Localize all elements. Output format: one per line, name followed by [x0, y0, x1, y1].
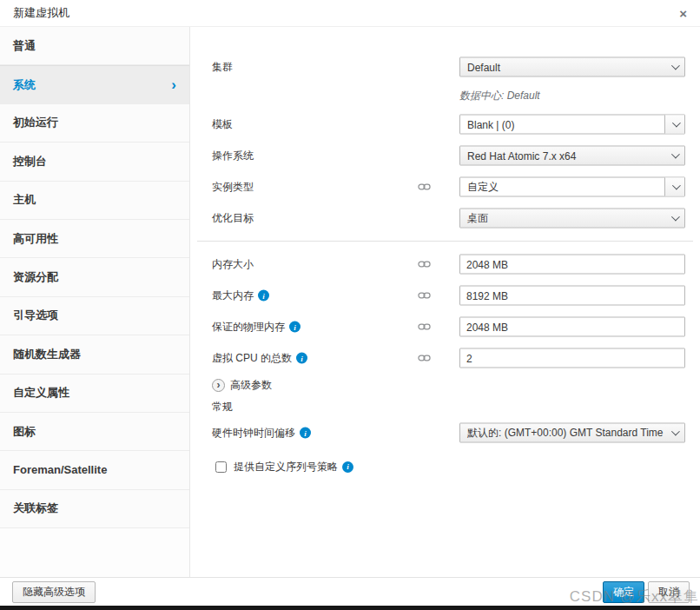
ok-button[interactable]: 确定 [603, 581, 644, 603]
chevron-down-icon [671, 62, 680, 70]
sidebar-item-boot-options[interactable]: 引导选项 › [0, 297, 189, 335]
chevron-down-icon [671, 428, 680, 436]
optimized-for-row: 优化目标 桌面 [190, 202, 700, 234]
instance-type-label: 实例类型 [212, 180, 254, 195]
chain-link-icon [418, 261, 431, 269]
sidebar-item-label: 系统 [13, 77, 36, 93]
sidebar: 普通 › 系统 › 初始运行 › 控制台 › 主机 › 高可用性 › [0, 27, 190, 577]
sidebar-item-label: 随机数生成器 [13, 347, 81, 362]
advanced-parameters-label: 高级参数 [230, 378, 272, 393]
chain-link-icon [418, 355, 431, 362]
sidebar-item-random-generator[interactable]: 随机数生成器 › [0, 335, 189, 374]
sidebar-item-general[interactable]: 普通 › [0, 27, 189, 65]
guaranteed-memory-input[interactable] [459, 317, 685, 337]
chain-link-icon [418, 292, 431, 300]
sidebar-item-label: 控制台 [13, 154, 47, 169]
chevron-down-icon [671, 119, 680, 128]
serial-policy-checkbox[interactable] [215, 461, 227, 473]
sidebar-item-label: 引导选项 [13, 308, 58, 323]
sidebar-item-icon[interactable]: 图标 › [0, 413, 189, 451]
max-memory-label: 最大内存 i [212, 288, 269, 303]
guaranteed-memory-label: 保证的物理内存 i [212, 320, 300, 335]
info-icon: i [300, 428, 311, 439]
sidebar-item-label: 自定义属性 [13, 385, 69, 401]
guaranteed-memory-row: 保证的物理内存 i [190, 311, 700, 342]
optimized-for-value: 桌面 [467, 211, 488, 226]
serial-policy-row: 提供自定义序列号策略 i [190, 454, 700, 480]
memory-size-input[interactable] [459, 255, 685, 275]
template-row: 模板 Blank | (0) [190, 109, 700, 140]
advanced-parameters-toggle[interactable]: › 高级参数 [190, 374, 700, 396]
operating-system-select[interactable]: Red Hat Atomic 7.x x64 [459, 146, 685, 166]
optimized-for-label: 优化目标 [212, 211, 254, 226]
dialog-title: 新建虚拟机 [13, 5, 69, 21]
hardware-clock-row: 硬件时钟时间偏移 i 默认的: (GMT+00:00) GMT Standard… [190, 417, 700, 448]
cluster-label: 集群 [212, 60, 233, 75]
info-icon: i [342, 461, 353, 473]
memory-size-label: 内存大小 [212, 257, 254, 272]
sidebar-item-label: Foreman/Satellite [13, 463, 107, 476]
sidebar-item-custom-properties[interactable]: 自定义属性 › [0, 375, 189, 413]
hide-advanced-options-button[interactable]: 隐藏高级选项 [12, 581, 96, 603]
template-value: Blank | (0) [460, 116, 664, 134]
info-icon: i [289, 322, 300, 333]
info-icon: i [258, 290, 269, 302]
chevron-down-icon [671, 213, 680, 222]
chevron-right-circle-icon: › [212, 379, 225, 392]
sidebar-item-initial-run[interactable]: 初始运行 › [0, 104, 189, 143]
sidebar-item-label: 关联标签 [13, 501, 58, 516]
sidebar-item-label: 资源分配 [13, 269, 58, 285]
page-bottom-strip [0, 606, 700, 610]
sidebar-item-label: 普通 [13, 38, 36, 54]
chevron-down-icon [671, 182, 680, 190]
hardware-clock-value: 默认的: (GMT+00:00) GMT Standard Time [467, 426, 664, 441]
sidebar-item-host[interactable]: 主机 › [0, 182, 189, 220]
sidebar-item-label: 主机 [13, 192, 36, 208]
chevron-down-icon [671, 150, 680, 159]
optimized-for-select[interactable]: 桌面 [459, 209, 685, 229]
section-divider [197, 241, 693, 242]
new-vm-dialog: 新建虚拟机 × 普通 › 系统 › 初始运行 › 控制台 › 主机 › [0, 0, 700, 610]
sidebar-item-affinity-labels[interactable]: 关联标签 › [0, 490, 189, 528]
serial-policy-label: 提供自定义序列号策略 i [234, 460, 353, 474]
cluster-value: Default [467, 61, 500, 73]
hardware-clock-select[interactable]: 默认的: (GMT+00:00) GMT Standard Time [459, 423, 685, 443]
total-cpus-row: 虚拟 CPU 的总数 i [190, 342, 700, 374]
chevron-right-icon: › [171, 76, 176, 94]
sidebar-item-label: 初始运行 [13, 115, 58, 130]
operating-system-value: Red Hat Atomic 7.x x64 [467, 149, 576, 162]
instance-type-value: 自定义 [460, 178, 664, 196]
dialog-body: 普通 › 系统 › 初始运行 › 控制台 › 主机 › 高可用性 › [0, 27, 700, 577]
operating-system-row: 操作系统 Red Hat Atomic 7.x x64 [190, 140, 700, 171]
sidebar-item-resource-allocation[interactable]: 资源分配 › [0, 258, 189, 296]
instance-type-combobox[interactable]: 自定义 [459, 177, 685, 197]
total-cpus-input[interactable] [459, 348, 685, 368]
hardware-clock-label: 硬件时钟时间偏移 i [212, 426, 311, 441]
max-memory-row: 最大内存 i [190, 280, 700, 311]
sidebar-item-system[interactable]: 系统 › [0, 65, 189, 103]
cancel-button[interactable]: 取消 [648, 581, 690, 603]
total-cpus-label: 虚拟 CPU 的总数 i [212, 351, 307, 366]
max-memory-input[interactable] [459, 286, 685, 306]
instance-type-row: 实例类型 自定义 [190, 171, 700, 202]
template-label: 模板 [212, 117, 233, 132]
memory-size-row: 内存大小 [190, 249, 700, 280]
dialog-footer: 隐藏高级选项 确定 取消 [0, 577, 700, 606]
system-form: 集群 Default 数据中心: Default 模板 Blank | (0) … [190, 27, 700, 577]
sidebar-item-high-availability[interactable]: 高可用性 › [0, 220, 189, 258]
close-icon[interactable]: × [679, 7, 687, 20]
chain-link-icon [418, 323, 431, 331]
general-section-label: 常规 [190, 396, 700, 417]
operating-system-label: 操作系统 [212, 149, 254, 163]
dialog-header: 新建虚拟机 × [0, 0, 700, 27]
cluster-select[interactable]: Default [459, 57, 685, 77]
sidebar-item-label: 高可用性 [13, 231, 58, 247]
template-combobox[interactable]: Blank | (0) [459, 115, 685, 135]
chain-link-icon [418, 183, 431, 191]
sidebar-item-foreman-satellite[interactable]: Foreman/Satellite › [0, 451, 189, 489]
sidebar-item-label: 图标 [13, 424, 36, 440]
cluster-row: 集群 Default [190, 51, 700, 83]
info-icon: i [296, 353, 307, 364]
sidebar-item-console[interactable]: 控制台 › [0, 143, 189, 181]
datacenter-note: 数据中心: Default [190, 83, 700, 109]
